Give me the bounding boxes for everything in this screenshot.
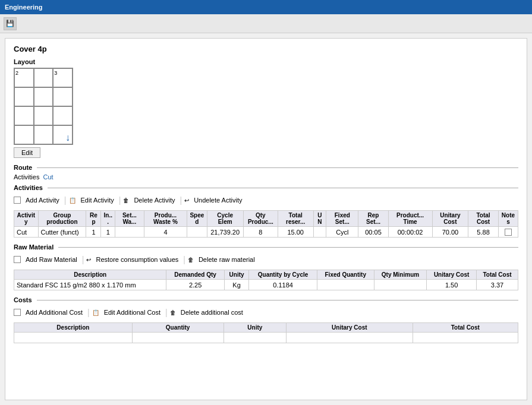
add-activity-checkbox[interactable] xyxy=(14,197,21,204)
td-product-time: 00:00:02 xyxy=(388,227,432,238)
route-divider: Route xyxy=(14,164,518,171)
th-speed: Speed xyxy=(187,211,207,227)
th-costs-unity: Unity xyxy=(223,323,287,333)
td-cycle-elem: 21,739.20 xyxy=(207,227,243,238)
th-rm-fixed-qty: Fixed Quantity xyxy=(317,270,374,280)
add-cost-button[interactable]: Add Additional Cost xyxy=(23,308,85,317)
raw-material-divider: Raw Material xyxy=(14,243,518,251)
edit-layout-button[interactable]: Edit xyxy=(14,147,40,158)
th-cycle-elem: Cycle Elem xyxy=(207,211,243,227)
raw-material-row[interactable]: Standard FSC 115 g/m2 880 x 1.170 mm 2.2… xyxy=(14,280,518,290)
th-fixed-set: Fixed Set... xyxy=(326,211,358,227)
cover-title: Cover 4p xyxy=(14,45,518,53)
layout-label: Layout xyxy=(14,58,518,65)
sep6: | xyxy=(87,308,90,317)
th-rep-set: Rep Set... xyxy=(358,211,388,227)
title-bar-text: Engineering xyxy=(5,4,43,11)
raw-material-section: Raw Material Add Raw Material | ↩ Restor… xyxy=(14,243,518,290)
activities-line xyxy=(48,188,518,188)
td-notes xyxy=(498,227,518,238)
table-row[interactable]: Cut Cutter (funct) 1 1 4 21,739.20 8 15.… xyxy=(14,227,518,238)
th-costs-quantity: Quantity xyxy=(132,323,223,333)
activities-label: Activities xyxy=(14,184,43,191)
td-rep: 1 xyxy=(86,227,101,238)
td-speed xyxy=(187,227,207,238)
delete-raw-icon: 🗑 xyxy=(188,257,194,263)
costs-label: Costs xyxy=(14,296,32,303)
activities-link-row: Activities Cut xyxy=(14,173,518,181)
costs-line xyxy=(37,300,518,300)
th-product-time: Product... Time xyxy=(388,211,432,227)
toolbar: 💾 xyxy=(0,14,532,33)
costs-table: Description Quantity Unity Unitary Cost … xyxy=(14,322,518,343)
activities-main-section: Activities Add Activity | 📋 Edit Activit… xyxy=(14,184,518,238)
restore-icon: ↩ xyxy=(86,257,91,263)
edit-cost-icon: 📋 xyxy=(92,309,99,316)
grid-cell-8 xyxy=(34,106,53,125)
th-costs-description: Description xyxy=(14,323,133,333)
td-set-wa xyxy=(115,227,144,238)
td-rm-unitary-cost: 1.50 xyxy=(427,280,477,290)
undelete-activity-icon: ↩ xyxy=(184,197,189,204)
raw-material-action-bar: Add Raw Material | ↩ Restore consumption… xyxy=(14,253,518,266)
costs-empty-row xyxy=(14,333,518,343)
td-rm-unity: Kg xyxy=(224,280,249,290)
grid-cell-9 xyxy=(53,106,73,125)
sep7: | xyxy=(165,308,168,317)
activities-action-bar: Add Activity | 📋 Edit Activity | 🗑 Delet… xyxy=(14,194,518,207)
td-in: 1 xyxy=(101,227,115,238)
td-total-cost: 5.88 xyxy=(468,227,499,238)
raw-material-table: Description Demanded Qty Unity Quantity … xyxy=(14,270,518,290)
th-un: UN xyxy=(313,211,326,227)
td-fixed-set: Cycl xyxy=(326,227,358,238)
edit-cost-button[interactable]: Edit Additional Cost xyxy=(102,308,163,317)
activities-table-header-row: Activity Group production Rep In... Set.… xyxy=(14,211,518,227)
notes-checkbox[interactable] xyxy=(505,229,512,236)
th-unitary-cost: Unitary Cost xyxy=(432,211,468,227)
td-un xyxy=(313,227,326,238)
title-bar: Engineering xyxy=(0,0,532,14)
grid-cell-2 xyxy=(34,68,53,87)
grid-cell-10 xyxy=(14,125,34,144)
th-set-wa: Set... Wa... xyxy=(115,211,144,227)
td-rm-qty-cycle: 0.1184 xyxy=(249,280,317,290)
save-icon[interactable]: 💾 xyxy=(4,17,17,30)
delete-raw-button[interactable]: Delete raw material xyxy=(196,255,257,264)
restore-button[interactable]: Restore consumption values xyxy=(93,255,181,264)
costs-divider: Costs xyxy=(14,296,518,303)
th-in: In... xyxy=(101,211,115,227)
delete-cost-icon: 🗑 xyxy=(170,309,176,316)
add-activity-button[interactable]: Add Activity xyxy=(23,195,62,205)
th-total-reser: Total reser... xyxy=(278,211,313,227)
activities-divider: Activities xyxy=(14,184,518,191)
route-section: Route Activities Cut xyxy=(14,164,518,181)
add-raw-checkbox[interactable] xyxy=(14,256,21,263)
activities-table: Activity Group production Rep In... Set.… xyxy=(14,210,518,238)
delete-cost-button[interactable]: Delete additional cost xyxy=(178,308,245,317)
th-produ-waste: Produ... Waste % xyxy=(144,211,187,227)
costs-section: Costs Add Additional Cost | 📋 Edit Addit… xyxy=(14,296,518,343)
add-raw-button[interactable]: Add Raw Material xyxy=(23,255,80,264)
add-cost-checkbox[interactable] xyxy=(14,309,21,316)
cut-link[interactable]: Cut xyxy=(43,173,53,181)
td-rm-qty-min xyxy=(374,280,427,290)
td-qty-produc: 8 xyxy=(243,227,278,238)
th-costs-total-cost: Total Cost xyxy=(413,323,518,333)
undelete-activity-button[interactable]: Undelete Activity xyxy=(191,195,244,205)
th-notes: Notes xyxy=(498,211,518,227)
sep2: | xyxy=(119,195,121,205)
costs-action-bar: Add Additional Cost | 📋 Edit Additional … xyxy=(14,306,518,319)
raw-material-header-row: Description Demanded Qty Unity Quantity … xyxy=(14,270,518,280)
th-rm-total-cost: Total Cost xyxy=(476,270,518,280)
edit-activity-button[interactable]: Edit Activity xyxy=(78,195,117,205)
td-group-production: Cutter (funct) xyxy=(38,227,86,238)
route-line xyxy=(37,167,518,168)
th-rep: Rep xyxy=(86,211,101,227)
td-rm-demanded-qty: 2.25 xyxy=(166,280,224,290)
th-rm-unity: Unity xyxy=(224,270,249,280)
delete-activity-button[interactable]: Delete Activity xyxy=(131,195,177,205)
td-total-reser: 15.00 xyxy=(278,227,313,238)
td-rep-set: 00:05 xyxy=(358,227,388,238)
th-rm-demanded-qty: Demanded Qty xyxy=(166,270,224,280)
td-rm-description: Standard FSC 115 g/m2 880 x 1.170 mm xyxy=(14,280,166,290)
